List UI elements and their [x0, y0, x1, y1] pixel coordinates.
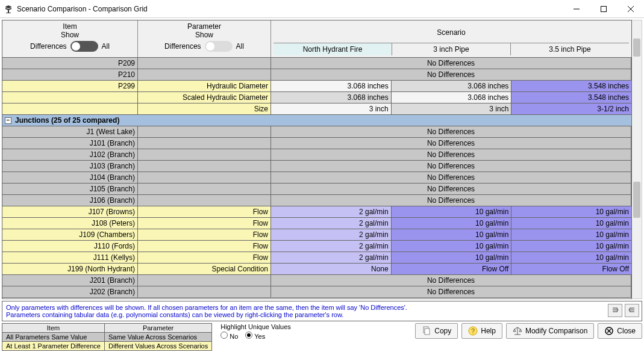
table-row[interactable]: J102 (Branch)No Differences: [2, 149, 631, 161]
table-row[interactable]: J111 (Kellys)Flow2 gal/min10 gal/min10 g…: [2, 252, 631, 264]
collapse-all-button[interactable]: [608, 304, 622, 317]
app-icon: [4, 4, 13, 14]
table-row[interactable]: J110 (Fords)Flow2 gal/min10 gal/min10 ga…: [2, 241, 631, 252]
titlebar: Scenario Comparison - Comparison Grid: [0, 0, 644, 18]
table-row[interactable]: J107 (Browns)Flow2 gal/min10 gal/min10 g…: [2, 206, 631, 218]
expand-all-button[interactable]: [625, 304, 639, 317]
highlight-no[interactable]: No: [220, 332, 238, 340]
collapse-icon[interactable]: −: [5, 117, 11, 124]
copy-icon: [422, 326, 431, 336]
item-all-label: All: [102, 42, 110, 51]
minimize-button[interactable]: [563, 0, 590, 18]
param-filter-toggle[interactable]: [205, 41, 233, 52]
legend-table: ItemParameter All Parameters Same ValueS…: [2, 323, 212, 351]
svg-rect-0: [8, 10, 9, 13]
help-icon: ?: [468, 326, 478, 336]
item-filter-toggle[interactable]: [70, 41, 98, 52]
section-header-junctions[interactable]: −Junctions (25 of 25 compared): [2, 115, 631, 126]
svg-rect-7: [425, 329, 430, 335]
table-row[interactable]: J101 (Branch)No Differences: [2, 138, 631, 149]
table-row[interactable]: J108 (Peters)Flow2 gal/min10 gal/min10 g…: [2, 218, 631, 229]
table-row[interactable]: J103 (Branch)No Differences: [2, 161, 631, 172]
modify-comparison-button[interactable]: Modify Comparison: [506, 323, 594, 339]
table-row[interactable]: J201 (Branch)No Differences: [2, 275, 631, 286]
table-row[interactable]: J105 (Branch)No Differences: [2, 184, 631, 195]
table-row[interactable]: Size3 inch3 inch3-1/2 inch: [2, 103, 631, 115]
scenario-col-1[interactable]: 3 inch Pipe: [392, 43, 511, 55]
table-row[interactable]: J109 (Chambers)Flow2 gal/min10 gal/min10…: [2, 229, 631, 241]
header-parameter: Parameter Show Differences All: [138, 20, 271, 57]
scenario-col-2[interactable]: 3.5 inch Pipe: [511, 43, 629, 55]
table-row[interactable]: P209No Differences: [2, 58, 631, 69]
table-row[interactable]: P210No Differences: [2, 69, 631, 81]
table-row[interactable]: Scaled Hydraulic Diameter3.068 inches3.0…: [2, 92, 631, 103]
param-differences-label: Differences: [164, 42, 201, 51]
maximize-button[interactable]: [590, 0, 617, 18]
svg-rect-1: [6, 13, 11, 13]
close-dialog-button[interactable]: Close: [598, 323, 642, 339]
item-differences-label: Differences: [30, 42, 66, 51]
table-row[interactable]: J199 (North Hydrant)Special ConditionNon…: [2, 264, 631, 275]
highlight-unique-values: Highlight Unique Values No Yes: [220, 323, 291, 340]
balance-icon: [513, 326, 522, 336]
highlight-yes[interactable]: Yes: [245, 332, 265, 340]
table-row[interactable]: P299Hydraulic Diameter3.068 inches3.068 …: [2, 81, 631, 92]
scenario-col-0[interactable]: North Hydrant Fire: [274, 43, 392, 55]
svg-rect-3: [601, 6, 606, 11]
table-row[interactable]: J1 (West Lake)No Differences: [2, 126, 631, 138]
table-row[interactable]: J104 (Branch)No Differences: [2, 172, 631, 184]
svg-text:?: ?: [471, 327, 475, 335]
vertical-scrollbar[interactable]: [632, 20, 642, 299]
copy-button[interactable]: Copy: [415, 323, 458, 339]
close-icon: [604, 326, 614, 336]
info-panel: Only parameters with differences will be…: [2, 301, 642, 321]
table-row[interactable]: J202 (Branch)No Differences: [2, 286, 631, 298]
param-all-label: All: [236, 42, 244, 51]
close-button[interactable]: [617, 0, 644, 18]
table-row[interactable]: J106 (Branch)No Differences: [2, 195, 631, 206]
help-button[interactable]: ? Help: [461, 323, 502, 339]
window-title: Scenario Comparison - Comparison Grid: [17, 5, 563, 13]
comparison-grid: Item Show Differences All Parameter Show…: [2, 20, 632, 299]
header-scenario: Scenario North Hydrant Fire 3 inch Pipe …: [271, 20, 631, 57]
header-item: Item Show Differences All: [2, 20, 138, 57]
